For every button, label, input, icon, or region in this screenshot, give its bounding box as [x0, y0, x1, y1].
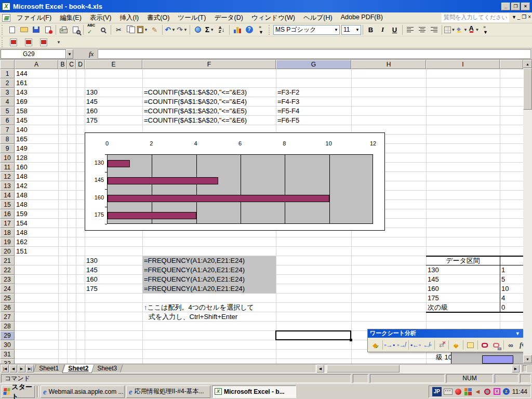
cell-J24[interactable]: 10: [500, 284, 523, 294]
cell-A18[interactable]: 148: [15, 228, 58, 237]
check-error-icon[interactable]: ◆✓: [369, 339, 381, 351]
remove-dependent-arrows-icon[interactable]: ↚▫: [421, 339, 433, 351]
column-header-C[interactable]: C: [67, 60, 76, 69]
cell-A6[interactable]: 145: [15, 116, 58, 125]
next-sheet-icon[interactable]: ▶: [18, 365, 25, 373]
workbook-restore-button[interactable]: ❐: [522, 14, 526, 20]
tab-sheet1[interactable]: Sheet1: [33, 365, 64, 373]
row-header-1[interactable]: 1: [0, 69, 15, 78]
minimize-button[interactable]: _: [501, 3, 510, 10]
vertical-scroll-thumb[interactable]: [523, 68, 532, 110]
row-header-8[interactable]: 8: [0, 135, 15, 144]
task-button[interactable]: eWebmail.asia.apple.com ...: [41, 385, 125, 398]
cell-A13[interactable]: 142: [15, 181, 58, 191]
cell-A1[interactable]: 144: [15, 69, 58, 78]
row-header-2[interactable]: 2: [0, 78, 15, 88]
row-header-24[interactable]: 24: [0, 284, 15, 294]
audit-dropdown-icon[interactable]: ▼: [515, 330, 520, 338]
circle-invalid-data-icon[interactable]: [479, 339, 491, 351]
tray-utility-icon[interactable]: [464, 388, 472, 395]
scroll-left-icon[interactable]: ◀: [316, 365, 324, 373]
cell-A9[interactable]: 149: [15, 144, 58, 153]
cell-G5[interactable]: =F5-F4: [276, 107, 351, 116]
cell-F6[interactable]: =COUNTIF($A$1:$A$20,"<="&E6): [142, 116, 276, 125]
cell-A17[interactable]: 154: [15, 219, 58, 228]
cell-F4[interactable]: =COUNTIF($A$1:$A$20,"<="&E4): [142, 97, 276, 107]
column-header-partial[interactable]: [500, 60, 523, 69]
new-comment-icon[interactable]: [464, 339, 476, 351]
row-header-16[interactable]: 16: [0, 209, 15, 219]
autosum-icon[interactable]: Σ▼: [204, 24, 216, 35]
menu-t[interactable]: ツール(T): [174, 12, 210, 23]
vertical-scrollbar[interactable]: ▲ ▼: [523, 60, 532, 364]
menu-f[interactable]: ファイル(F): [12, 12, 56, 23]
cell-A8[interactable]: 165: [15, 135, 58, 144]
cell-J26[interactable]: 0: [500, 303, 523, 312]
trace-dependents-icon[interactable]: ▪←▫: [410, 339, 422, 351]
copy-icon[interactable]: [125, 24, 137, 35]
formula-auditing-toolbar[interactable]: ワークシート分析 ▼ × ◆✓▫→▪▫↛▪←▫↚▫⇄✕◆!∞f: [367, 329, 523, 352]
menu-d[interactable]: データ(D): [210, 12, 247, 23]
row-header-25[interactable]: 25: [0, 294, 15, 303]
close-button[interactable]: ×: [521, 3, 530, 10]
restore-button[interactable]: ❐: [511, 3, 520, 10]
tab-sheet3[interactable]: Sheet3: [91, 365, 123, 373]
fill-color-icon[interactable]: ◆▼: [456, 24, 468, 35]
row-header-17[interactable]: 17: [0, 219, 15, 228]
tray-x-icon[interactable]: ×: [494, 388, 500, 395]
select-all-corner[interactable]: [0, 60, 15, 69]
open-icon[interactable]: [18, 24, 30, 35]
first-sheet-icon[interactable]: |◀: [1, 365, 9, 373]
keyboard-icon[interactable]: [444, 389, 453, 395]
trace-precedents-icon[interactable]: ▫→▪: [384, 339, 396, 351]
row-header-4[interactable]: 4: [0, 97, 15, 107]
row-header-15[interactable]: 15: [0, 200, 15, 209]
research-icon[interactable]: [97, 24, 109, 35]
cut-icon[interactable]: ✂: [113, 24, 125, 35]
menu-e[interactable]: 編集(E): [56, 12, 86, 23]
remove-precedent-arrows-icon[interactable]: ▫↛: [395, 339, 407, 351]
convert-and-review-icon[interactable]: [37, 36, 49, 48]
row-header-14[interactable]: 14: [0, 191, 15, 200]
row-header-27[interactable]: 27: [0, 312, 15, 322]
convert-to-pdf-icon[interactable]: [7, 36, 19, 48]
name-box-dropdown-icon[interactable]: ▼: [66, 49, 73, 59]
row-header-18[interactable]: 18: [0, 228, 15, 237]
toolbar-grip[interactable]: [269, 25, 272, 35]
italic-icon[interactable]: I: [377, 24, 389, 35]
clock[interactable]: 11:44: [512, 388, 527, 395]
remove-all-arrows-icon[interactable]: ⇄✕: [436, 339, 448, 351]
row-header-28[interactable]: 28: [0, 322, 15, 331]
selected-cell[interactable]: [275, 330, 351, 340]
ime-indicator[interactable]: JP: [432, 387, 442, 396]
cell-A16[interactable]: 159: [15, 209, 58, 219]
cell-F24[interactable]: =FREQUENCY(A1:A20,E21:E24): [142, 284, 276, 294]
question-dropdown-icon[interactable]: ▼: [512, 15, 516, 20]
cell-I24[interactable]: 160: [426, 284, 500, 294]
cell-G3[interactable]: =F3-F2: [276, 88, 351, 97]
toolbar-options-icon[interactable]: »▼: [480, 24, 491, 35]
cell-I21[interactable]: データ区間: [426, 256, 500, 265]
toolbar-grip[interactable]: [2, 37, 5, 47]
sort-ascending-icon[interactable]: AZ↓: [216, 24, 228, 35]
task-button[interactable]: e応用情報処理II-#4-基本...: [126, 385, 210, 398]
cell-A7[interactable]: 140: [15, 125, 58, 135]
cell-E22[interactable]: 145: [85, 265, 142, 275]
cell-F21[interactable]: =FREQUENCY(A1:A20,E21:E24): [142, 256, 276, 265]
cell-F3[interactable]: =COUNTIF($A$1:$A$20,"<="&E3): [142, 88, 276, 97]
print-icon[interactable]: [58, 24, 70, 35]
underline-icon[interactable]: U: [389, 24, 401, 35]
menu-i[interactable]: 挿入(I): [115, 12, 143, 23]
row-header-11[interactable]: 11: [0, 163, 15, 172]
insert-function-icon[interactable]: fx: [89, 50, 94, 58]
toolbar-options-icon[interactable]: »▼: [255, 24, 267, 35]
toolbar-options-icon[interactable]: ▼: [52, 36, 64, 48]
new-document-icon[interactable]: [6, 24, 18, 35]
error-checking-icon[interactable]: ◆!: [450, 339, 462, 351]
bold-icon[interactable]: B: [365, 24, 377, 35]
cell-J22[interactable]: 1: [500, 265, 523, 275]
permission-icon[interactable]: [42, 24, 54, 35]
start-button[interactable]: スタート: [2, 385, 35, 398]
cell-A3[interactable]: 143: [15, 88, 58, 97]
workbook-minimize-button[interactable]: _: [517, 14, 521, 20]
